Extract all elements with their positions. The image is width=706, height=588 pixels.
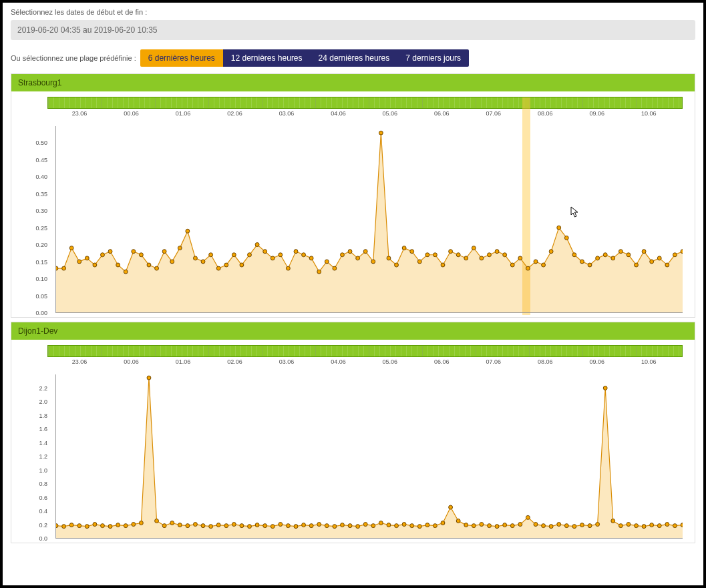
data-point[interactable] [356,256,360,260]
data-point[interactable] [341,523,345,527]
data-point[interactable] [433,524,437,528]
data-point[interactable] [503,523,507,527]
data-point[interactable] [580,260,584,264]
data-point[interactable] [325,260,329,264]
data-point[interactable] [588,263,592,267]
data-point[interactable] [333,525,337,529]
data-point[interactable] [263,524,267,528]
data-point[interactable] [62,525,66,529]
data-point[interactable] [162,524,166,528]
data-point[interactable] [325,524,329,528]
data-point[interactable] [518,523,522,527]
data-point[interactable] [271,256,275,260]
data-point[interactable] [124,270,128,274]
data-point[interactable] [271,525,275,529]
data-point[interactable] [564,236,568,240]
data-point[interactable] [503,253,507,257]
data-point[interactable] [132,250,136,254]
data-point[interactable] [201,524,205,528]
data-point[interactable] [232,523,236,527]
data-point[interactable] [456,253,460,257]
data-point[interactable] [379,131,383,135]
data-point[interactable] [441,263,445,267]
data-point[interactable] [611,256,615,260]
data-point[interactable] [642,525,646,529]
data-point[interactable] [596,523,600,527]
data-point[interactable] [603,386,607,390]
chart-plot[interactable] [55,374,683,539]
data-point[interactable] [240,263,244,267]
data-point[interactable] [619,524,623,528]
data-point[interactable] [147,263,151,267]
data-point[interactable] [379,521,383,525]
data-point[interactable] [510,524,514,528]
data-point[interactable] [526,515,530,519]
data-point[interactable] [572,253,576,257]
data-point[interactable] [402,523,406,527]
data-point[interactable] [363,523,367,527]
data-point[interactable] [395,263,399,267]
chart-plot[interactable] [55,126,683,313]
data-point[interactable] [510,263,514,267]
data-point[interactable] [77,524,81,528]
data-point[interactable] [356,525,360,529]
data-point[interactable] [549,250,553,254]
data-point[interactable] [564,524,568,528]
data-point[interactable] [642,250,646,254]
data-point[interactable] [650,523,654,527]
data-point[interactable] [101,253,105,257]
data-point[interactable] [56,524,58,528]
data-point[interactable] [410,524,414,528]
data-point[interactable] [534,260,538,264]
data-point[interactable] [294,250,298,254]
data-point[interactable] [209,525,213,529]
data-point[interactable] [627,523,631,527]
data-point[interactable] [387,523,391,527]
data-point[interactable] [139,521,143,525]
data-point[interactable] [572,525,576,529]
data-point[interactable] [108,525,112,529]
data-point[interactable] [557,226,561,230]
data-point[interactable] [402,246,406,250]
data-point[interactable] [488,253,492,257]
data-point[interactable] [170,260,174,264]
data-point[interactable] [132,523,136,527]
data-point[interactable] [302,253,306,257]
data-point[interactable] [279,523,283,527]
data-point[interactable] [201,260,205,264]
data-point[interactable] [417,260,421,264]
data-point[interactable] [518,256,522,260]
data-point[interactable] [665,523,669,527]
data-point[interactable] [673,524,677,528]
data-point[interactable] [681,523,683,527]
minimap[interactable] [47,345,683,357]
data-point[interactable] [627,253,631,257]
data-point[interactable] [124,524,128,528]
data-point[interactable] [62,266,66,270]
data-point[interactable] [371,260,375,264]
data-point[interactable] [279,253,283,257]
data-point[interactable] [85,525,89,529]
data-point[interactable] [425,253,429,257]
data-point[interactable] [488,524,492,528]
data-point[interactable] [472,246,476,250]
data-point[interactable] [255,243,259,247]
data-point[interactable] [309,524,313,528]
data-point[interactable] [116,523,120,527]
data-point[interactable] [348,524,352,528]
data-point[interactable] [263,250,267,254]
data-point[interactable] [93,263,97,267]
data-point[interactable] [472,524,476,528]
data-point[interactable] [526,266,530,270]
data-point[interactable] [170,521,174,525]
data-point[interactable] [441,521,445,525]
data-point[interactable] [224,524,228,528]
data-point[interactable] [417,525,421,529]
data-point[interactable] [650,260,654,264]
preset-button[interactable]: 12 dernières heures [223,49,311,67]
data-point[interactable] [371,524,375,528]
data-point[interactable] [294,525,298,529]
preset-button[interactable]: 6 dernières heures [140,49,223,67]
data-point[interactable] [77,260,81,264]
data-point[interactable] [635,263,639,267]
